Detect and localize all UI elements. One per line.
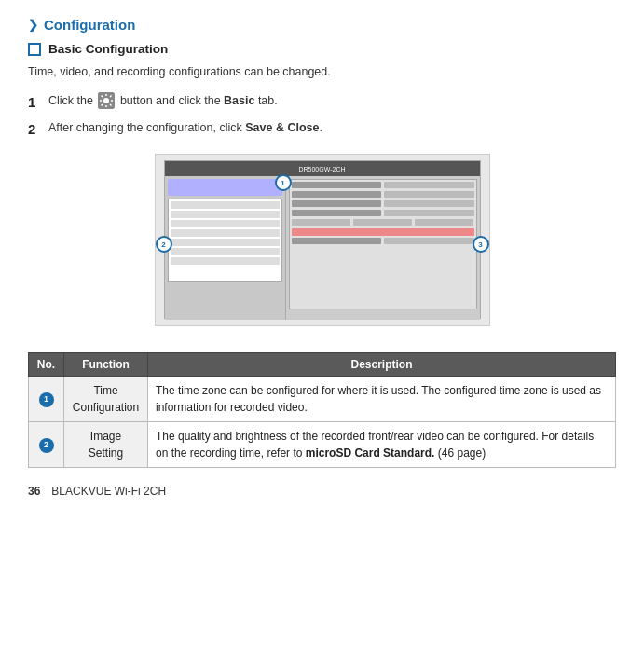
row-2-description: The quality and brightness of the record… [148, 421, 616, 467]
sim-right-row-2 [292, 191, 474, 198]
brand-text: BLACKVUE Wi-Fi 2CH [51, 485, 166, 498]
table-row-1: 1 TimeConfiguration The time zone can be… [29, 376, 616, 421]
table-body: 1 TimeConfiguration The time zone can be… [29, 376, 616, 467]
sim-image-setting-rows [168, 199, 282, 282]
subsection-title: Basic Configuration [28, 42, 616, 56]
footer: 36 BLACKVUE Wi-Fi 2CH [28, 485, 616, 498]
col-header-description: Description [148, 352, 616, 376]
sim-progress-bar [292, 228, 474, 236]
sim-cell-7 [292, 210, 382, 216]
sim-header-text: DR500GW-2CH [298, 166, 345, 172]
sim-cell-3 [292, 191, 382, 198]
sim-right-row-5 [292, 219, 474, 226]
callout-2-label: 2 [161, 240, 165, 249]
callout-1-label: 1 [281, 179, 284, 187]
table-header-row: No. Function Description [29, 352, 616, 376]
callout-3-label: 3 [478, 240, 482, 249]
sim-right-row-4 [292, 210, 474, 216]
badge-2: 2 [39, 438, 54, 453]
screenshot-box: DR500GW-2CH [155, 154, 490, 326]
sim-cell-12 [292, 238, 382, 244]
sim-recording-settings [289, 179, 477, 309]
step-1-number: 1 [28, 92, 41, 114]
sim-cell-9 [292, 219, 350, 226]
sim-cell-2 [384, 182, 474, 188]
sim-cell-6 [384, 200, 474, 207]
col-header-function: Function [64, 352, 148, 376]
sim-cell-4 [384, 191, 474, 198]
intro-text: Time, video, and recording configuration… [28, 63, 616, 81]
basic-tab-label: Basic [224, 94, 254, 107]
section-title-text: Configuration [44, 17, 135, 33]
page-number: 36 [28, 485, 40, 498]
sim-row-1 [171, 201, 280, 209]
step-2: 2 After changing the configuration, clic… [28, 119, 616, 141]
sim-right-panel [286, 176, 480, 320]
save-close-label: Save & Close [245, 121, 319, 134]
sim-row-7 [171, 257, 280, 265]
table-row-2: 2 Image Setting The quality and brightne… [29, 421, 616, 467]
info-table: No. Function Description 1 TimeConfigura… [28, 352, 616, 468]
sim-row-4 [171, 229, 280, 237]
row-2-function: Image Setting [64, 421, 148, 467]
sim-row-3 [171, 220, 280, 227]
subsection-title-text: Basic Configuration [48, 42, 168, 56]
section-title: ❯ Configuration [28, 17, 616, 33]
badge-1: 1 [39, 392, 54, 407]
callout-1: 1 [275, 174, 292, 191]
sim-ui: DR500GW-2CH [164, 160, 481, 319]
step-1-text: Click the button and click the Basic tab… [48, 92, 278, 110]
svg-point-1 [103, 98, 109, 103]
sim-cell-5 [292, 200, 382, 207]
sim-right-row-6 [292, 238, 474, 244]
sim-row-6 [171, 248, 280, 255]
table-header: No. Function Description [29, 352, 616, 376]
sim-left-panel [165, 176, 286, 320]
steps: 1 Click the button and click the Basic t… [28, 92, 616, 141]
sim-row-5 [171, 239, 280, 246]
sim-body [165, 176, 480, 320]
step-1: 1 Click the button and click the Basic t… [28, 92, 616, 114]
page-container: ❯ Configuration Basic Configuration Time… [0, 0, 644, 516]
gear-icon[interactable] [98, 92, 115, 109]
sim-timezone-section [168, 179, 282, 196]
microsd-link: microSD Card Standard. [306, 446, 435, 460]
sim-right-row-1 [292, 182, 474, 188]
sim-row-2 [171, 211, 280, 218]
row-1-description: The time zone can be configured for wher… [148, 376, 616, 421]
callout-2: 2 [156, 236, 172, 253]
callout-3: 3 [473, 236, 489, 253]
col-header-no: No. [29, 352, 64, 376]
sim-cell-13 [384, 238, 474, 244]
row-2-no: 2 [29, 421, 64, 467]
chevron-icon: ❯ [28, 18, 38, 32]
sim-right-row-3 [292, 200, 474, 207]
step-2-text: After changing the configuration, click … [48, 119, 322, 137]
sim-cell-1 [292, 182, 382, 188]
sim-header: DR500GW-2CH [165, 161, 480, 176]
row-1-no: 1 [29, 376, 64, 421]
sim-cell-11 [415, 219, 473, 226]
row-1-function: TimeConfiguration [64, 376, 148, 421]
subsection-icon [28, 43, 41, 56]
step-2-number: 2 [28, 119, 41, 141]
sim-cell-8 [384, 210, 474, 216]
sim-cell-10 [353, 219, 412, 226]
